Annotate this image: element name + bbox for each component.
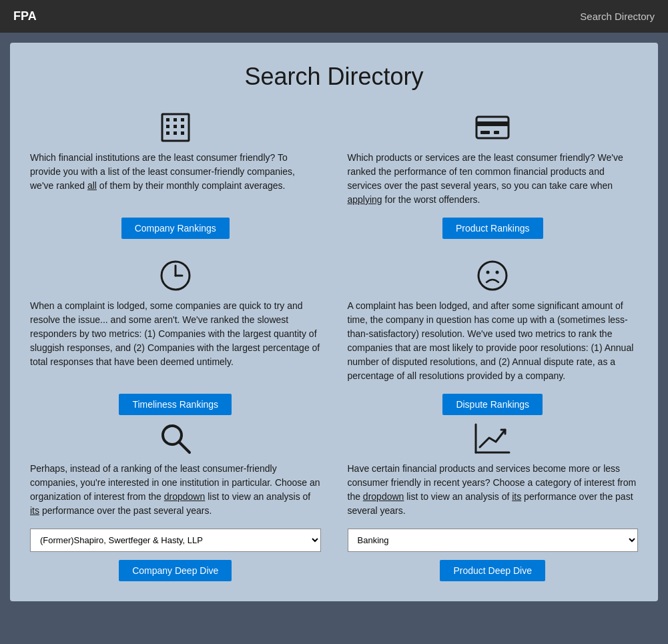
timeliness-rankings-button[interactable]: Timeliness Rankings — [119, 394, 232, 415]
nav-search-directory[interactable]: Search Directory — [580, 11, 655, 22]
product-dropdown[interactable]: Banking — [348, 529, 639, 552]
svg-rect-4 — [166, 125, 170, 128]
clock-icon — [155, 259, 196, 292]
company-deep-dive-button[interactable]: Company Deep Dive — [119, 560, 232, 581]
product-rankings-card: Which products or services are the least… — [348, 111, 639, 239]
brand-label: FPA — [13, 9, 37, 23]
company-rankings-button[interactable]: Company Rankings — [121, 218, 230, 239]
svg-rect-7 — [166, 131, 170, 135]
main-container: Search Directory Which financial i — [10, 43, 658, 601]
svg-rect-3 — [181, 118, 184, 121]
svg-rect-6 — [181, 125, 184, 128]
svg-point-18 — [486, 271, 490, 274]
svg-line-21 — [179, 442, 190, 452]
creditcard-icon — [472, 111, 513, 144]
navbar: FPA Search Directory — [0, 0, 668, 33]
sad-icon — [472, 259, 513, 292]
product-rankings-text: Which products or services are the least… — [348, 151, 639, 207]
company-rankings-card: Which financial institutions are the lea… — [30, 111, 321, 239]
timeliness-rankings-text: When a complaint is lodged, some compani… — [30, 299, 321, 369]
company-rankings-text: Which financial institutions are the lea… — [30, 151, 321, 193]
svg-rect-13 — [494, 131, 499, 134]
svg-rect-12 — [480, 131, 490, 134]
product-deep-dive-button[interactable]: Product Deep Dive — [440, 560, 545, 581]
svg-rect-2 — [174, 118, 177, 121]
timeliness-rankings-card: When a complaint is lodged, some compani… — [30, 259, 321, 415]
svg-rect-10 — [476, 117, 509, 138]
company-dropdown[interactable]: (Former)Shapiro, Swertfeger & Hasty, LLP — [30, 529, 321, 552]
svg-rect-9 — [181, 131, 184, 135]
company-deep-dive-text: Perhaps, instead of a ranking of the lea… — [30, 462, 321, 518]
cards-grid: Which financial institutions are the lea… — [30, 111, 638, 415]
search-icon — [155, 422, 196, 455]
svg-rect-11 — [476, 121, 509, 126]
product-deep-dive-text: Have certain financial products and serv… — [348, 462, 639, 518]
svg-rect-5 — [174, 125, 177, 128]
page-title: Search Directory — [30, 63, 638, 91]
company-dropdown-container: (Former)Shapiro, Swertfeger & Hasty, LLP — [30, 529, 321, 552]
company-deep-dive-card: Perhaps, instead of a ranking of the lea… — [30, 422, 321, 581]
bottom-section: Perhaps, instead of a ranking of the lea… — [30, 422, 638, 581]
product-deep-dive-card: Have certain financial products and serv… — [348, 422, 639, 581]
product-rankings-button[interactable]: Product Rankings — [442, 218, 543, 239]
building-icon — [155, 111, 196, 144]
product-dropdown-container: Banking — [348, 529, 639, 552]
svg-point-17 — [478, 262, 507, 290]
trending-icon — [472, 422, 513, 455]
svg-rect-8 — [174, 131, 177, 135]
svg-point-19 — [496, 271, 499, 274]
dispute-rankings-text: A complaint has been lodged, and after s… — [348, 299, 639, 383]
svg-rect-1 — [166, 118, 170, 121]
dispute-rankings-button[interactable]: Dispute Rankings — [442, 394, 543, 415]
dispute-rankings-card: A complaint has been lodged, and after s… — [348, 259, 639, 415]
